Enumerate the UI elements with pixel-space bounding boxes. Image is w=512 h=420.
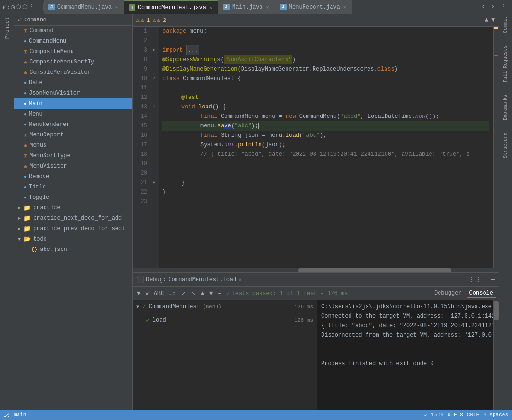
tab-close-commandmenutest[interactable]: ✕	[208, 4, 213, 11]
code-line-11	[162, 83, 489, 93]
menusorttype-icon: ⊞	[24, 152, 27, 160]
bookmarks-icon[interactable]: Bookmarks	[503, 95, 508, 120]
debug-clear-btn[interactable]: ✕	[144, 289, 151, 298]
tab-scroll-left[interactable]: ‹	[480, 2, 487, 11]
debug-minimize-icon[interactable]: ─	[491, 276, 495, 284]
sidebar-item-abc-json[interactable]: {} abc.json	[14, 244, 132, 255]
tab-menureport[interactable]: J MenuReport.java ✕	[275, 0, 352, 14]
git-branch[interactable]: main	[14, 412, 26, 418]
console-line-1: C:\Users\is2js\.jdks\corretto-11.0.15\bi…	[321, 302, 489, 312]
status-checks: ✓	[424, 412, 428, 418]
nav-down-icon[interactable]: ▼	[491, 17, 495, 24]
debug-more-btn[interactable]: ⋯	[216, 289, 223, 298]
code-line-16: final String json = menu.load("abc");	[162, 131, 489, 140]
commit-icon[interactable]: Commit	[503, 16, 508, 33]
project-icon[interactable]: Project	[4, 17, 10, 39]
sidebar-item-menu[interactable]: ● Menu	[14, 109, 132, 119]
sidebar-group-todo[interactable]: ▼ 📂 todo	[14, 234, 132, 244]
code-line-2	[162, 36, 489, 45]
sidebar-group-practice[interactable]: ▶ 📁 practice	[14, 203, 132, 213]
sidebar-group-practice-prev[interactable]: ▶ 📁 practice_prev_deco_for_sect	[14, 223, 132, 234]
sidebar-item-jsonmenuvisitor[interactable]: ● JsonMenuVisitor	[14, 88, 132, 98]
debug-abc-btn[interactable]: ABC	[153, 289, 166, 298]
target-icon[interactable]: ◎	[11, 3, 15, 11]
line-endings: CRLF	[467, 412, 479, 418]
nav-up-icon[interactable]: ▲	[485, 17, 488, 24]
tab-commandmenutest[interactable]: T CommandMenuTest.java ✕	[124, 0, 218, 14]
tab-commandmenu[interactable]: J CommandMenu.java ✕	[44, 0, 124, 14]
code-editor[interactable]: package menu; import ... @SuppressWarnin…	[159, 27, 493, 268]
practice-prev-expand-icon: ▶	[18, 226, 21, 232]
sidebar-item-remove[interactable]: ● Remove	[14, 171, 132, 182]
editor-scrollbar[interactable]	[133, 268, 499, 272]
folder-icon[interactable]: 🗁	[3, 3, 9, 11]
debug-left-item-commandmenutest[interactable]: ▼ ✓ CommandMenuTest (menu) 126 ms	[133, 300, 317, 313]
sidebar-item-commandmenu[interactable]: ● CommandMenu	[14, 36, 132, 46]
toggle-icon: ●	[24, 195, 27, 200]
console-line-3: { title: "abcd", date: "2022-08-12T19:20…	[321, 321, 489, 331]
sidebar-item-consolemenuvisitor[interactable]: ⊞ ConsoleMenuVisitor	[14, 67, 132, 78]
tab-more[interactable]: ⋮	[499, 2, 508, 11]
tab-main[interactable]: J Main.java ✕	[218, 0, 275, 14]
remove-icon: ●	[24, 174, 27, 179]
debug-filter-btn[interactable]: ▼	[135, 289, 142, 298]
consolemenuvisitor-icon: ⊞	[24, 69, 27, 76]
debug-more-icon[interactable]: ⋮⋮⋮	[468, 276, 488, 284]
more-icon[interactable]: ⋮	[28, 3, 35, 11]
code-line-12: @Test	[162, 93, 489, 102]
debug-down-btn[interactable]: ▼	[208, 289, 215, 298]
sidebar-item-label: MenuVisitor	[29, 163, 67, 170]
test-class-label: CommandMenuTest	[149, 304, 200, 310]
collapse-icon[interactable]: ⬡	[22, 3, 27, 10]
debug-sort-btn[interactable]: ≡↕	[167, 289, 178, 298]
console-output: C:\Users\is2js\.jdks\corretto-11.0.15\bi…	[317, 300, 493, 410]
structure-icon[interactable]: Structure	[503, 133, 508, 158]
sidebar-item-compositemenu[interactable]: ⊞ CompositeMenu	[14, 46, 132, 57]
console-tab[interactable]: Console	[467, 289, 496, 298]
minimize-icon[interactable]: ─	[36, 4, 40, 10]
debug-title-label: Debug:	[146, 277, 166, 283]
code-line-14: final CommandMenu menu = new CommandMenu…	[162, 112, 489, 121]
console-line-5	[321, 340, 489, 349]
console-scrollbar[interactable]	[493, 300, 499, 410]
debug-collapse-btn[interactable]: ⤡	[189, 289, 198, 298]
sidebar-item-menureport[interactable]: ⊞ MenuReport	[14, 130, 132, 140]
tab-bar: 🗁 ◎ ⬡ ⬡ ⋮ ─ J CommandMenu.java ✕ T Comma…	[0, 0, 512, 14]
debug-expand-btn[interactable]: ⤢	[180, 289, 188, 298]
console-line-2: Connected to the target VM, address: '12…	[321, 312, 489, 321]
sidebar-items: ⊞ Command ● CommandMenu ⊞ CompositeMenu …	[14, 26, 132, 410]
debug-session-close[interactable]: ✕	[238, 277, 242, 283]
debug-up-btn[interactable]: ▲	[199, 289, 206, 298]
title-icon: ●	[24, 185, 27, 190]
tab-close-commandmenu[interactable]: ✕	[114, 3, 119, 11]
sidebar-item-title[interactable]: ● Title	[14, 182, 132, 192]
sidebar-item-menurenderer[interactable]: ● MenuRenderer	[14, 119, 132, 130]
code-line-23	[162, 197, 489, 206]
sidebar-item-menuvisitor[interactable]: ⊞ MenuVisitor	[14, 161, 132, 171]
sidebar-item-compositemenusortt[interactable]: ⊞ CompositeMenuSortTy...	[14, 57, 132, 67]
menu-icon: ●	[24, 112, 27, 117]
tab-icon-commandmenutest: T	[129, 4, 135, 11]
sidebar-item-label: CommandMenu	[29, 38, 66, 45]
tab-close-main[interactable]: ✕	[265, 3, 270, 11]
sidebar-item-label: Menu	[29, 111, 43, 117]
tab-scroll-right[interactable]: ›	[489, 2, 496, 11]
sidebar-item-main[interactable]: ● Main	[14, 98, 132, 109]
expand-icon[interactable]: ⬡	[16, 3, 21, 10]
pullreq-icon[interactable]: Pull Requests	[503, 45, 508, 82]
sidebar-item-date[interactable]: ● Date	[14, 78, 132, 88]
sidebar-item-menusorttype[interactable]: ⊞ MenuSortType	[14, 151, 132, 161]
debug-left-item-load[interactable]: ✓ load 126 ms	[133, 313, 317, 327]
indent: 4 spaces	[483, 412, 508, 418]
sidebar-item-command[interactable]: ⊞ Command	[14, 26, 132, 36]
commandmenu-icon: ●	[24, 39, 27, 44]
tab-icon-commandmenu: J	[48, 4, 55, 10]
sidebar-item-toggle[interactable]: ● Toggle	[14, 192, 132, 203]
sidebar-item-menus[interactable]: ⊞ Menus	[14, 140, 132, 151]
debugger-tab[interactable]: Debugger	[431, 289, 465, 298]
tab-close-menureport[interactable]: ✕	[342, 3, 347, 11]
code-line-3: import ...	[162, 45, 489, 55]
sidebar-group-practice-next[interactable]: ▶ 📁 practice_next_deco_for_add	[14, 213, 132, 223]
sidebar-item-label: Main	[29, 100, 43, 107]
group-label: practice_next_deco_for_add	[33, 215, 122, 222]
